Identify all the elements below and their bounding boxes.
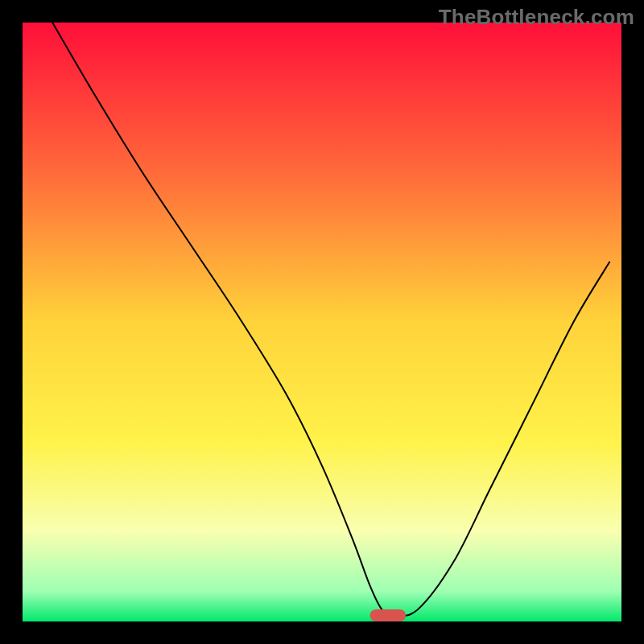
site-watermark: TheBottleneck.com [439,5,634,30]
chart-container: TheBottleneck.com [0,0,644,644]
frame-bottom [0,621,644,644]
frame-left [0,0,23,644]
optimal-marker-pill [370,609,407,621]
frame-right [621,0,644,644]
plot-background [23,23,621,621]
bottleneck-chart [0,0,644,644]
